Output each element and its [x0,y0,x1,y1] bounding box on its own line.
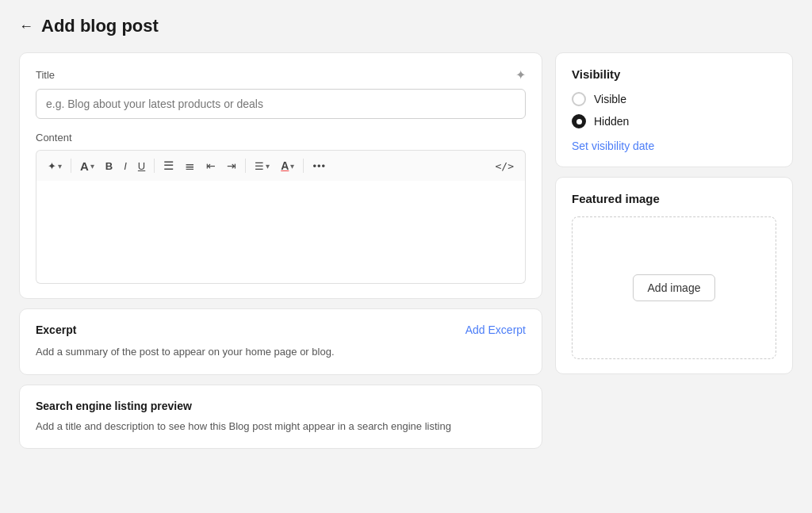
italic-button[interactable]: I [119,157,132,175]
toolbar-separator-4 [303,159,304,173]
bullet-list-button[interactable]: ☰ [159,155,178,176]
seo-card: Search engine listing preview Add a titl… [19,385,542,450]
seo-title: Search engine listing preview [36,400,526,412]
hidden-radio[interactable] [572,114,586,128]
title-input[interactable] [36,89,526,119]
source-code-button[interactable]: </> [491,157,519,175]
seo-description: Add a title and description to see how t… [36,419,526,435]
back-button[interactable]: ← [19,19,33,33]
visibility-options: Visible Hidden [572,92,776,128]
title-content-card: Title ✦ Content ✦ ▾ A ▾ B I [19,52,542,299]
ordered-list-button[interactable]: ≣ [180,155,200,176]
excerpt-title: Excerpt [36,323,76,336]
visibility-title: Visibility [572,67,776,81]
indent-out-button[interactable]: ⇤ [201,156,220,175]
align-chevron: ▾ [266,162,270,170]
color-chevron: ▾ [290,162,294,170]
ai-icon[interactable]: ✦ [515,67,526,82]
visible-option[interactable]: Visible [572,92,776,106]
excerpt-header: Excerpt Add Excerpt [36,323,526,336]
title-label: Title ✦ [36,67,526,82]
excerpt-description: Add a summary of the post to appear on y… [36,344,526,360]
image-upload-area[interactable]: Add image [572,216,776,359]
content-toolbar: ✦ ▾ A ▾ B I U ☰ ≣ ⇤ ⇥ [36,150,526,181]
text-color-button[interactable]: A ▾ [276,156,299,175]
add-excerpt-link[interactable]: Add Excerpt [465,323,526,336]
ai-tool-button[interactable]: ✦ ▾ [43,157,67,175]
text-style-button[interactable]: A ▾ [75,156,99,176]
right-column: Visibility Visible Hidden Set visibility… [555,52,793,374]
toolbar-separator-2 [154,159,155,173]
ai-chevron: ▾ [58,162,62,170]
hidden-label: Hidden [594,115,629,128]
set-visibility-date-link[interactable]: Set visibility date [572,140,654,152]
excerpt-card: Excerpt Add Excerpt Add a summary of the… [19,308,542,375]
featured-image-card: Featured image Add image [555,177,793,374]
more-button[interactable]: ••• [308,157,331,175]
content-editor[interactable] [36,181,526,284]
indent-in-button[interactable]: ⇥ [222,156,241,175]
visible-radio[interactable] [572,92,586,106]
page-title: Add blog post [41,16,159,36]
visibility-card: Visibility Visible Hidden Set visibility… [555,52,793,167]
toolbar-separator [71,159,71,173]
featured-image-title: Featured image [572,192,776,205]
bold-button[interactable]: B [101,157,117,175]
toolbar-separator-3 [245,159,246,173]
hidden-option[interactable]: Hidden [572,114,776,128]
add-image-button[interactable]: Add image [633,274,716,301]
main-layout: Title ✦ Content ✦ ▾ A ▾ B I [19,52,793,449]
underline-button[interactable]: U [133,157,150,175]
page-header: ← Add blog post [19,16,793,36]
content-label: Content [36,132,526,144]
left-column: Title ✦ Content ✦ ▾ A ▾ B I [19,52,542,449]
visible-label: Visible [594,93,626,105]
align-button[interactable]: ☰ ▾ [250,157,274,175]
text-chevron: ▾ [90,162,94,170]
